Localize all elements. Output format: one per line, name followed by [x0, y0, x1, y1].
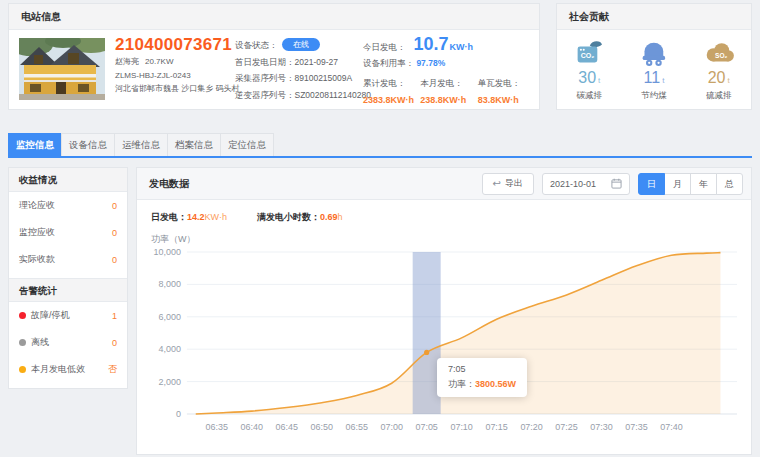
svg-text:06:50: 06:50 [311, 422, 333, 432]
coal-saved-item: 11t 节约煤 [625, 38, 683, 109]
social-panel-title: 社会贡献 [557, 4, 751, 30]
alarm-row-fault: 故障/停机 1 [9, 302, 127, 329]
hover-dot [424, 350, 429, 355]
low-efficiency-status-dot [19, 366, 26, 373]
export-arrow-icon: ↩ [493, 178, 501, 189]
svg-text:10,000: 10,000 [154, 248, 181, 257]
station-owner: 赵海亮 [115, 57, 139, 66]
chart-area: 02,0004,0006,0008,00010,00006:3506:4006:… [151, 248, 737, 448]
svg-text:07:05: 07:05 [415, 422, 437, 432]
svg-text:06:45: 06:45 [276, 422, 298, 432]
tab-device-info[interactable]: 设备信息 [61, 133, 115, 156]
generation-data-panel: 发电数据 ↩ 导出 2021-10-01 日 月 年 总 [136, 167, 752, 455]
device-status-label: 设备状态： [235, 40, 278, 50]
tab-archive-info[interactable]: 档案信息 [167, 133, 221, 156]
station-code: ZLMS-HBJ-ZJL-0243 [115, 69, 243, 83]
so2-reduction-icon: SO₂ [702, 38, 736, 68]
today-generation-unit: KW·h [450, 42, 474, 52]
social-contribution-panel: 社会贡献 CO₂ 30t 碳减排 11t 节约煤 [556, 3, 752, 110]
revenue-row-actual: 实际收款 0 [9, 246, 127, 273]
revenue-row-monitored: 监控应收 0 [9, 219, 127, 246]
collector-serial-row: 采集器序列号：89100215009A [235, 70, 371, 87]
today-generation-value: 10.7 [414, 34, 449, 55]
inverter-serial-row: 逆变器序列号：SZ00208112140280 [235, 87, 371, 104]
alarm-section-title: 告警统计 [9, 278, 127, 302]
month-generation-stat: 本月发电： 238.8KW·h [420, 78, 475, 105]
svg-text:4,000: 4,000 [158, 344, 180, 354]
utilization-label: 设备利用率： [363, 58, 414, 68]
co2-reduction-item: CO₂ 30t 碳减排 [560, 38, 618, 109]
offline-status-dot [19, 339, 26, 346]
svg-text:07:00: 07:00 [380, 422, 402, 432]
full-hours-stat: 满发电小时数：0.69h [257, 211, 343, 224]
total-generation-stat: 累计发电： 2383.8KW·h [363, 78, 418, 105]
svg-text:07:15: 07:15 [485, 422, 507, 432]
tab-operation-info[interactable]: 运维信息 [114, 133, 168, 156]
chart-panel-title: 发电数据 [149, 177, 189, 191]
svg-text:07:20: 07:20 [520, 422, 542, 432]
utilization-value: 97.78% [416, 58, 445, 68]
revenue-row-theoretical: 理论应收 0 [9, 192, 127, 219]
station-id: 210400073671 [115, 35, 243, 55]
y-axis-name: 功率（W） [137, 224, 751, 246]
tab-location-info[interactable]: 定位信息 [220, 133, 274, 156]
svg-text:0: 0 [176, 409, 181, 419]
svg-text:07:30: 07:30 [590, 422, 612, 432]
svg-text:6,000: 6,000 [158, 312, 180, 322]
station-panel-title: 电站信息 [9, 4, 539, 30]
per-watt-generation-stat: 单瓦发电： 83.8KW·h [478, 78, 533, 105]
station-capacity: 20.7KW [145, 57, 173, 66]
co2-reduction-icon: CO₂ [572, 38, 606, 68]
tab-monitoring-info[interactable]: 监控信息 [8, 133, 62, 156]
range-day-button[interactable]: 日 [638, 173, 665, 195]
station-address: 河北省邯郸市魏县 沙口集乡 码头村 [115, 82, 243, 96]
range-year-button[interactable]: 年 [690, 173, 717, 195]
svg-text:07:25: 07:25 [555, 422, 577, 432]
fault-status-dot [19, 312, 26, 319]
range-total-button[interactable]: 总 [716, 173, 743, 195]
range-month-button[interactable]: 月 [664, 173, 691, 195]
station-info-panel: 电站信息 210400073671 赵海亮20.7KW ZLMS-HBJ [8, 3, 540, 110]
revenue-section-title: 收益情况 [9, 168, 127, 192]
svg-text:07:10: 07:10 [450, 422, 472, 432]
svg-text:8,000: 8,000 [158, 279, 180, 289]
svg-text:SO₂: SO₂ [715, 52, 727, 59]
alarm-row-low-efficiency: 本月发电低效 否 [9, 356, 127, 383]
svg-text:CO₂: CO₂ [581, 52, 595, 59]
svg-text:2,000: 2,000 [158, 377, 180, 387]
coal-saved-icon [637, 38, 671, 68]
tooltip-power-label: 功率： [448, 379, 475, 389]
power-chart[interactable]: 02,0004,0006,0008,00010,00006:3506:4006:… [151, 248, 737, 448]
tooltip-power-value: 3800.56W [475, 379, 516, 389]
so2-reduction-item: SO₂ 20t 硫减排 [690, 38, 748, 109]
status-badge: 在线 [282, 38, 320, 51]
calendar-icon [611, 178, 622, 189]
date-picker[interactable]: 2021-10-01 [542, 173, 630, 195]
chart-tooltip: 7:05 功率：3800.56W [437, 358, 527, 397]
svg-text:06:55: 06:55 [345, 422, 367, 432]
tooltip-time: 7:05 [448, 364, 516, 374]
stats-sidebar: 收益情况 理论应收 0 监控应收 0 实际收款 0 告警统计 故障/停机 1 离… [8, 167, 128, 389]
daily-generation-stat: 日发电：14.2KW·h [151, 211, 227, 224]
today-generation-label: 今日发电： [363, 42, 406, 54]
range-segmented-control: 日 月 年 总 [638, 173, 743, 195]
station-photo [19, 38, 105, 100]
alarm-row-offline: 离线 0 [9, 329, 127, 356]
svg-text:06:40: 06:40 [241, 422, 263, 432]
main-tab-bar: 监控信息 设备信息 运维信息 档案信息 定位信息 [8, 133, 752, 158]
svg-text:06:35: 06:35 [206, 422, 228, 432]
svg-text:07:40: 07:40 [660, 422, 682, 432]
first-gen-date-row: 首日发电日期：2021-09-27 [235, 54, 371, 71]
svg-text:07:35: 07:35 [625, 422, 647, 432]
export-button[interactable]: ↩ 导出 [482, 173, 534, 195]
